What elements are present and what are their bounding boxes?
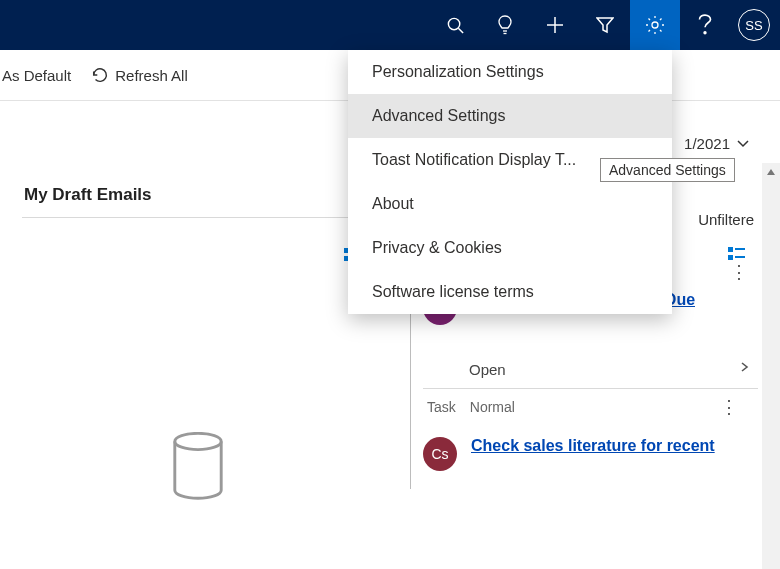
task-meta-row: Task Normal ⋮ — [423, 399, 758, 415]
svg-point-12 — [175, 433, 221, 449]
menu-item-advanced-settings[interactable]: Advanced Settings — [348, 94, 672, 138]
panel-title: My Draft Emails — [24, 185, 152, 205]
svg-rect-14 — [735, 248, 745, 250]
view-selector-icon[interactable] — [22, 248, 362, 262]
gear-icon[interactable] — [630, 0, 680, 50]
menu-item-about[interactable]: About — [348, 182, 672, 226]
date-picker[interactable]: 1/2021 — [684, 135, 750, 152]
plus-icon[interactable] — [530, 0, 580, 50]
as-default-button[interactable]: As Default — [2, 67, 71, 84]
svg-rect-13 — [728, 247, 733, 252]
item-link[interactable]: Check sales literature for recent — [471, 437, 715, 471]
my-draft-emails-panel: My Draft Emails — [22, 185, 374, 502]
lightbulb-icon[interactable] — [480, 0, 530, 50]
scroll-up-icon[interactable] — [762, 163, 780, 181]
avatar-initials: SS — [745, 18, 762, 33]
chevron-icon[interactable] — [738, 361, 752, 373]
help-icon[interactable] — [680, 0, 730, 50]
menu-item-privacy-cookies[interactable]: Privacy & Cookies — [348, 226, 672, 270]
database-icon — [22, 432, 374, 502]
svg-point-7 — [704, 32, 706, 34]
list-item[interactable]: Cs Check sales literature for recent — [423, 431, 758, 489]
refresh-all-button[interactable]: Refresh All — [91, 66, 188, 84]
svg-rect-16 — [735, 256, 745, 258]
scrollbar[interactable] — [762, 163, 780, 569]
status-label: Open — [469, 361, 506, 378]
svg-line-1 — [458, 28, 463, 33]
tooltip: Advanced Settings — [600, 158, 735, 182]
chevron-down-icon — [736, 139, 750, 149]
svg-rect-15 — [728, 255, 733, 260]
more-actions-icon[interactable]: ⋮ — [720, 402, 748, 412]
svg-point-0 — [448, 18, 459, 29]
menu-item-license-terms[interactable]: Software license terms — [348, 270, 672, 314]
menu-item-personalization[interactable]: Personalization Settings — [348, 50, 672, 94]
refresh-icon — [91, 66, 109, 84]
svg-point-6 — [652, 22, 658, 28]
top-bar: SS — [0, 0, 780, 50]
item-chip: Cs — [423, 437, 457, 471]
settings-menu: Personalization Settings Advanced Settin… — [348, 50, 672, 314]
avatar[interactable]: SS — [738, 9, 770, 41]
filter-icon[interactable] — [580, 0, 630, 50]
filter-label[interactable]: Unfiltere — [698, 211, 754, 228]
search-icon[interactable] — [430, 0, 480, 50]
